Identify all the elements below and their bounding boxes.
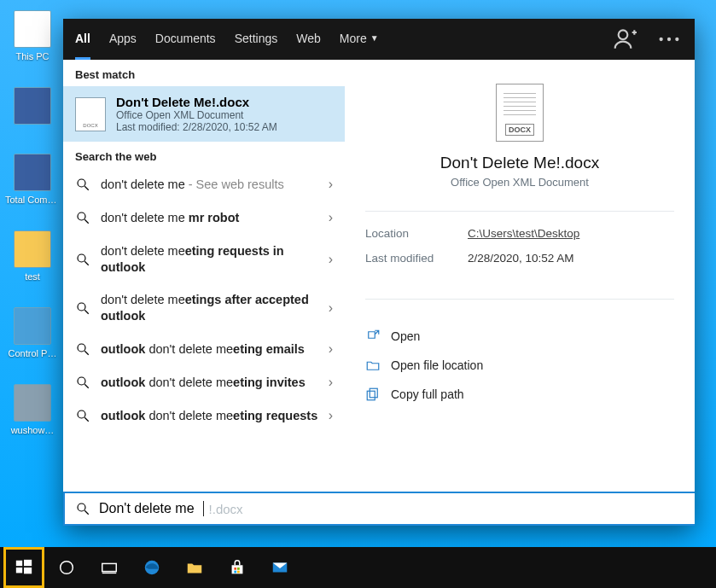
pc-icon [14,10,51,48]
modified-label: Last modified [365,252,468,265]
tab-web[interactable]: Web [296,19,321,60]
chevron-right-icon: › [329,252,333,267]
tab-documents[interactable]: Documents [155,19,216,60]
svg-point-4 [78,179,85,187]
svg-point-6 [78,254,85,262]
svg-rect-16 [16,568,22,573]
taskbar-store[interactable] [217,547,258,588]
desktop-icon-this-pc[interactable]: This PC [5,10,60,61]
search-icon [75,210,90,225]
task-view-button[interactable] [89,547,130,588]
taskbar [0,547,716,588]
search-icon [75,341,90,357]
tab-all[interactable]: All [75,19,90,60]
start-button[interactable] [3,547,44,588]
feedback-icon[interactable] [613,26,640,53]
svg-point-13 [78,504,85,511]
search-icon [75,177,90,192]
location-label: Location [365,227,468,240]
web-suggestion-text: don't delete me mr robot [101,210,318,226]
taskbar-mail[interactable] [259,547,300,588]
preview-subtitle: Office Open XML Document [365,176,674,189]
desktop-icon-control-panel[interactable]: Control P… [5,307,60,358]
location-link[interactable]: C:\Users\test\Desktop [468,227,579,240]
svg-point-1 [660,38,663,41]
web-suggestion[interactable]: don't delete me - See web results› [63,168,345,201]
mail-icon [271,558,289,577]
desktop-icon-test-folder[interactable]: test [5,230,60,282]
best-match-title: Don't Delete Me!.docx [116,95,277,109]
chevron-right-icon: › [329,408,333,423]
svg-point-5 [78,212,85,220]
desktop-icon-column: This PC Total Comma… test Control P… wus… [5,10,60,435]
search-web-heading: Search the web [63,142,345,168]
desktop-icon-generic-1[interactable] [5,87,60,128]
search-typed-text: Don't delete me [99,501,195,516]
task-view-icon [100,558,119,577]
best-match-result[interactable]: Don't Delete Me!.docx Office Open XML Do… [63,86,345,142]
windows-logo-icon [15,558,33,577]
open-icon [365,329,381,344]
web-suggestion[interactable]: don't delete me mr robot› [63,201,345,235]
tab-apps[interactable]: Apps [109,19,137,60]
chevron-right-icon: › [329,177,333,192]
web-suggestion-text: don't delete me - See web results [101,177,318,193]
web-suggestions: don't delete me - See web results›don't … [63,168,345,433]
more-options-icon[interactable] [655,26,683,53]
svg-rect-23 [234,571,236,573]
svg-point-2 [667,38,671,41]
chevron-right-icon: › [329,341,333,357]
svg-rect-21 [234,568,236,570]
web-suggestion[interactable]: don't delete meetings after accepted out… [63,283,345,333]
desktop-icon-total-commander[interactable]: Total Comma… [5,154,60,205]
best-match-modified: Last modified: 2/28/2020, 10:52 AM [116,121,277,133]
web-suggestion[interactable]: outlook don't delete meeting requests› [63,399,345,433]
circle-icon [57,558,76,577]
preview-docx-icon: DOCX [496,84,544,142]
search-icon [75,501,90,516]
svg-point-0 [619,30,628,39]
taskbar-file-explorer[interactable] [174,547,215,588]
search-header: All Apps Documents Settings Web More ▼ [63,19,695,60]
svg-rect-14 [16,561,22,566]
preview-title: Don't Delete Me!.docx [365,154,674,172]
svg-rect-19 [102,563,117,571]
desktop-icon-wushow[interactable]: wushow… [5,384,60,435]
action-copy-path[interactable]: Copy full path [365,380,674,409]
svg-rect-15 [24,560,32,566]
web-suggestion-text: don't delete meetings after accepted out… [101,292,318,324]
start-search-flyout: All Apps Documents Settings Web More ▼ B… [63,19,695,526]
svg-point-8 [78,344,85,352]
search-ghost-text: !.docx [209,502,243,516]
web-suggestion[interactable]: don't delete meeting requests in outlook… [63,235,345,284]
web-suggestion-text: outlook don't delete meeting invites [101,375,318,391]
search-box[interactable]: Don't delete me!.docx [63,492,695,526]
results-list: Best match Don't Delete Me!.docx Office … [63,60,345,492]
tab-settings[interactable]: Settings [235,19,278,60]
chevron-right-icon: › [329,300,333,316]
chevron-right-icon: › [329,375,333,390]
taskbar-edge[interactable] [131,547,172,588]
web-suggestion[interactable]: outlook don't delete meeting emails› [63,333,345,366]
chevron-right-icon: › [329,210,333,225]
action-open-location[interactable]: Open file location [365,351,674,380]
control-panel-icon [14,307,51,345]
chevron-down-icon: ▼ [370,33,379,43]
action-open[interactable]: Open [365,322,674,351]
svg-point-7 [78,303,85,311]
search-icon [75,300,90,316]
svg-point-3 [675,38,678,41]
tab-more[interactable]: More ▼ [340,19,379,60]
svg-rect-17 [24,568,32,573]
cortana-button[interactable] [46,547,87,588]
floppy-icon [14,87,51,125]
folder-icon [185,558,204,577]
preview-actions: Open Open file location Copy full path [365,322,674,409]
web-suggestion-text: outlook don't delete meeting emails [101,341,318,358]
copy-icon [365,387,381,402]
search-scope-tabs: All Apps Documents Settings Web More ▼ [75,19,379,60]
text-cursor [203,501,204,516]
app-icon [14,384,51,422]
web-suggestion[interactable]: outlook don't delete meeting invites› [63,366,345,399]
svg-point-10 [78,410,85,418]
